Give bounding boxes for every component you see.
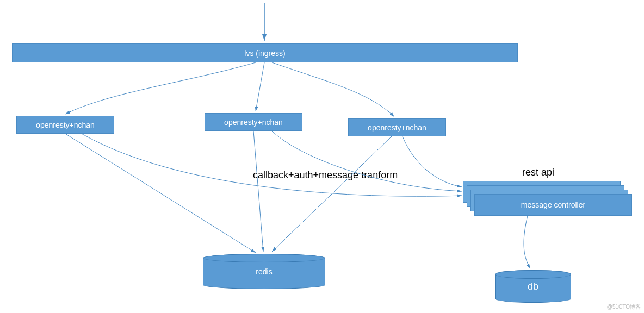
openresty-label-1: openresty+nchan	[36, 121, 95, 129]
openresty-box-3: openresty+nchan	[348, 118, 446, 136]
openresty-label-3: openresty+nchan	[368, 123, 426, 132]
openresty-label-2: openresty+nchan	[224, 118, 283, 127]
callback-label: callback+auth+message tranform	[253, 170, 398, 181]
msg-controller-box: message controller	[474, 194, 632, 216]
restapi-label: rest api	[522, 167, 554, 178]
openresty-box-2: openresty+nchan	[205, 113, 302, 131]
msg-controller-label: message controller	[521, 201, 585, 209]
lvs-ingress-box: lvs (ingress)	[12, 43, 518, 62]
redis-cylinder: redis	[203, 254, 325, 289]
db-cylinder: db	[495, 270, 571, 303]
watermark: @51CTO博客	[607, 303, 641, 311]
redis-label: redis	[256, 267, 272, 276]
openresty-box-1: openresty+nchan	[16, 116, 114, 134]
lvs-label: lvs (ingress)	[244, 49, 285, 58]
db-label: db	[528, 281, 538, 292]
